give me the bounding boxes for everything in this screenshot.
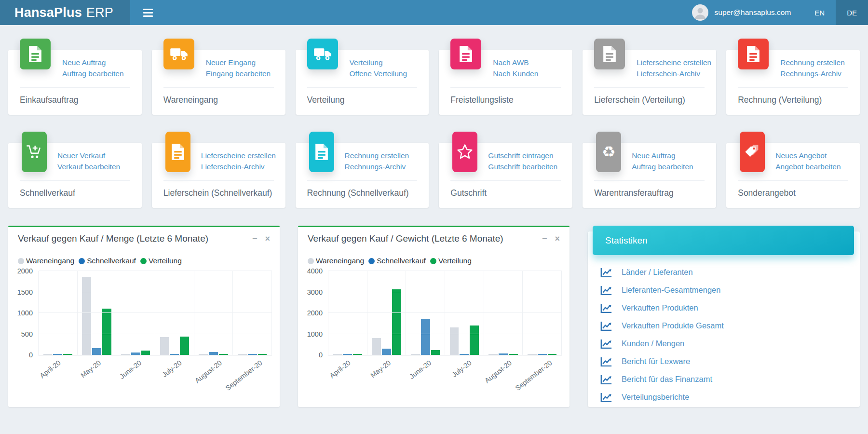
bar-wareneingang[interactable] <box>333 354 342 355</box>
legend-item[interactable]: Schnellverkauf <box>79 257 136 265</box>
chart-line-icon <box>600 267 612 278</box>
statistics-link[interactable]: Länder / Lieferanten <box>622 268 693 277</box>
bar-verteilung[interactable] <box>141 351 150 355</box>
statistics-item[interactable]: Lieferanten-Gesamtmengen <box>600 281 860 299</box>
bar-wareneingang[interactable] <box>411 354 420 355</box>
statistics-link[interactable]: Bericht für Lexware <box>622 357 690 366</box>
statistics-item[interactable]: Bericht für Lexware <box>600 353 860 370</box>
card-link[interactable]: Lieferscheine erstellen <box>637 57 711 68</box>
card-link[interactable]: Rechnungs-Archiv <box>345 161 424 172</box>
bar-group <box>484 271 523 355</box>
close-icon[interactable]: × <box>555 234 560 243</box>
chart-line-icon <box>600 339 612 349</box>
menu-icon[interactable] <box>130 0 166 25</box>
statistics-link[interactable]: Kunden / Mengen <box>622 339 684 348</box>
bar-schnellverkauf[interactable] <box>92 348 101 355</box>
card-link[interactable]: Gutschrift bearbeiten <box>488 161 568 172</box>
lang-en-button[interactable]: EN <box>803 0 836 25</box>
bar-schnellverkauf[interactable] <box>248 354 257 355</box>
bar-schnellverkauf[interactable] <box>209 352 218 355</box>
card-link[interactable]: Neue Auftrag <box>632 150 711 161</box>
bar-schnellverkauf[interactable] <box>499 353 508 355</box>
bar-verteilung[interactable] <box>431 350 440 355</box>
statistics-item[interactable]: Verkauften Produkten <box>600 299 860 317</box>
divider <box>594 180 705 181</box>
bar-wareneingang[interactable] <box>450 327 459 355</box>
bar-verteilung[interactable] <box>180 337 189 355</box>
bar-verteilung[interactable] <box>392 289 401 355</box>
bar-schnellverkauf[interactable] <box>131 353 140 355</box>
card-link[interactable]: Neuer Eingang <box>206 57 281 68</box>
card-link[interactable]: Offene Verteilung <box>350 68 424 79</box>
statistics-link[interactable]: Verteilungsberichte <box>622 393 689 402</box>
bar-verteilung[interactable] <box>509 354 518 355</box>
bar-wareneingang[interactable] <box>372 338 381 355</box>
card-link[interactable]: Auftrag bearbeiten <box>632 161 711 172</box>
statistics-link[interactable]: Verkauften Produkte Gesamt <box>622 321 724 330</box>
statistics-link[interactable]: Verkauften Produkten <box>622 303 698 312</box>
lang-de-button[interactable]: DE <box>836 0 868 25</box>
legend-item[interactable]: Verteilung <box>140 257 182 265</box>
bar-wareneingang[interactable] <box>199 354 208 355</box>
brand-logo[interactable]: HansaPlus ERP <box>0 0 130 25</box>
minimize-icon[interactable]: − <box>252 234 258 243</box>
card-link[interactable]: Gutschrift eintragen <box>488 150 568 161</box>
card-link[interactable]: Lieferschein-Archiv <box>637 68 711 79</box>
statistics-item[interactable]: Bericht für das Finanzamt <box>600 370 860 388</box>
legend-item[interactable]: Verteilung <box>430 257 472 265</box>
card-link[interactable]: Neue Auftrag <box>62 57 137 68</box>
card-link[interactable]: Lieferschein-Archiv <box>201 161 281 172</box>
card-link[interactable]: Verteilung <box>350 57 424 68</box>
x-tick-label: April-20 <box>39 359 62 380</box>
bar-schnellverkauf[interactable] <box>460 354 469 355</box>
card-link[interactable]: Lieferscheine erstellen <box>201 150 281 161</box>
bar-schnellverkauf[interactable] <box>170 354 179 355</box>
bar-schnellverkauf[interactable] <box>421 319 430 355</box>
minimize-icon[interactable]: − <box>542 234 547 243</box>
bar-wareneingang[interactable] <box>160 337 169 355</box>
statistics-item[interactable]: Verteilungsberichte <box>600 388 860 406</box>
bar-verteilung[interactable] <box>548 354 557 355</box>
statistics-item[interactable]: Verkauften Produkte Gesamt <box>600 317 860 335</box>
bar-schnellverkauf[interactable] <box>343 354 352 355</box>
legend-item[interactable]: Schnellverkauf <box>368 257 426 265</box>
bar-wareneingang[interactable] <box>121 354 130 355</box>
bar-schnellverkauf[interactable] <box>53 354 62 355</box>
card-link[interactable]: Rechnungs-Archiv <box>780 68 855 79</box>
chart-line-icon <box>600 321 612 331</box>
card-title: Lieferschein (Schnellverkauf) <box>163 188 272 198</box>
card-link[interactable]: Auftrag bearbeiten <box>62 68 137 79</box>
bar-verteilung[interactable] <box>258 354 267 355</box>
chart-panel-gewicht: Verkauf gegen Kauf / Gewicht (Letzte 6 M… <box>298 226 570 407</box>
statistics-link[interactable]: Lieferanten-Gesamtmengen <box>622 285 720 295</box>
bar-schnellverkauf[interactable] <box>382 349 391 355</box>
legend-item[interactable]: Wareneingang <box>18 257 74 265</box>
bar-verteilung[interactable] <box>470 326 479 355</box>
statistics-link[interactable]: Bericht für das Finanzamt <box>622 375 712 384</box>
bar-wareneingang[interactable] <box>43 354 53 355</box>
card-link[interactable]: Angebot bearbeiten <box>775 161 855 172</box>
legend-dot <box>368 258 375 264</box>
card-link[interactable]: Neues Angebot <box>775 150 855 161</box>
statistics-item[interactable]: Länder / Lieferanten <box>600 263 860 281</box>
bar-wareneingang[interactable] <box>238 354 247 355</box>
statistics-item[interactable]: Kunden / Mengen <box>600 335 860 353</box>
bar-wareneingang[interactable] <box>488 354 498 355</box>
bar-verteilung[interactable] <box>353 354 362 355</box>
card-link[interactable]: Verkauf bearbeiten <box>57 161 137 172</box>
user-menu[interactable]: super@hansaplus.com <box>679 0 804 25</box>
card-link[interactable]: Neuer Verkauf <box>57 150 137 161</box>
card-link[interactable]: Nach AWB <box>493 57 568 68</box>
card-link[interactable]: Rechnung erstellen <box>780 57 855 68</box>
bar-verteilung[interactable] <box>219 354 228 355</box>
bar-schnellverkauf[interactable] <box>538 354 547 355</box>
card-link[interactable]: Nach Kunden <box>493 68 568 79</box>
card-link[interactable]: Eingang bearbeiten <box>206 68 281 79</box>
bar-verteilung[interactable] <box>102 309 111 355</box>
bar-verteilung[interactable] <box>63 354 72 355</box>
bar-wareneingang[interactable] <box>82 277 91 355</box>
card-link[interactable]: Rechnung erstellen <box>345 150 424 161</box>
close-icon[interactable]: × <box>265 234 270 243</box>
bar-wareneingang[interactable] <box>528 354 537 355</box>
legend-item[interactable]: Wareneingang <box>308 257 364 265</box>
